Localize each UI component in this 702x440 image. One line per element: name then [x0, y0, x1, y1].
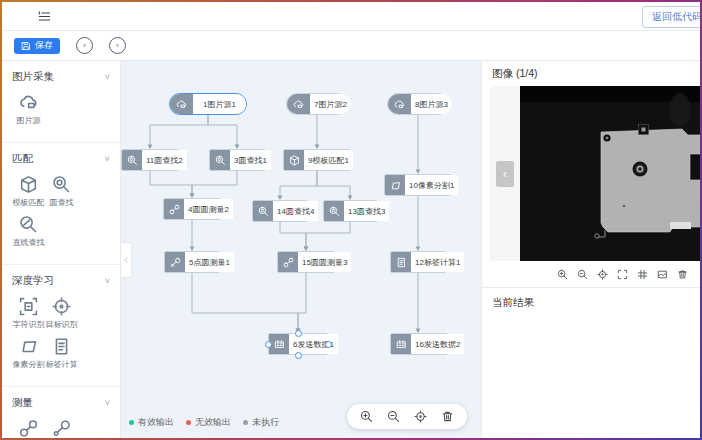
chevron-down-icon: ˅ [105, 72, 110, 82]
sidebar-item-直线查找[interactable]: 直线查找 [12, 214, 45, 248]
run-buttons [76, 37, 126, 54]
connection-handle[interactable] [295, 352, 302, 359]
flow-node[interactable]: 15圆圆测量3 [277, 251, 335, 273]
cloud-image-icon [287, 94, 310, 114]
zoom-out-icon[interactable] [387, 410, 400, 423]
device-icon [391, 334, 411, 354]
sidebar-collapse-handle[interactable] [121, 242, 132, 278]
image-nav-strip: ‹ [490, 86, 520, 261]
flow-node[interactable]: 14圆查找4 [252, 200, 308, 222]
section-header[interactable]: 匹配˅ [12, 149, 110, 168]
section-title: 匹配 [12, 152, 33, 166]
legend-dot [129, 420, 134, 425]
sidebar-item-圆圆测量[interactable]: 圆圆测量 [12, 418, 45, 438]
zoom-in-icon[interactable] [360, 410, 373, 423]
connection-handle[interactable] [295, 330, 302, 337]
canvas-zoom-toolbar [347, 404, 467, 429]
chevron-down-icon: ˅ [105, 398, 110, 408]
back-to-lowcode-button[interactable]: 返回低代码 [642, 6, 700, 28]
sidebar-item-目标识别[interactable]: 目标识别 [45, 296, 78, 330]
save-button[interactable]: 保存 [14, 38, 60, 54]
image-save-icon[interactable] [657, 269, 668, 280]
section-items: 字符识别目标识别像素分割标签计算 [12, 290, 110, 384]
save-label: 保存 [35, 41, 53, 50]
section-title: 深度学习 [12, 274, 54, 288]
node-label: 4圆圆测量2 [184, 199, 233, 219]
flow-node[interactable]: 7图片源2 [286, 93, 348, 115]
cloud-image-icon [388, 94, 411, 114]
sidebar-item-模板匹配[interactable]: 模板匹配 [12, 174, 45, 208]
connection-handle[interactable] [325, 341, 332, 348]
connection-handle[interactable] [265, 341, 272, 348]
flow-node[interactable]: 3圆查找1 [209, 149, 265, 171]
flow-node[interactable]: 6发送数据1 [268, 333, 328, 355]
node-label: 5点圆测量1 [185, 252, 234, 272]
flow-canvas[interactable]: 1图片源17图片源28图片源311圆查找23圆查找19模板匹配110像素分割14… [121, 61, 481, 438]
chevron-down-icon: ˅ [105, 154, 110, 164]
node-label: 8图片源3 [411, 94, 452, 114]
node-label: 9模板匹配1 [304, 150, 353, 170]
node-label: 10像素分割1 [405, 175, 458, 195]
prev-image-button[interactable]: ‹ [496, 161, 514, 187]
section-header[interactable]: 图片采集˅ [12, 67, 110, 86]
flow-node[interactable]: 1图片源1 [169, 93, 247, 115]
legend-item: 未执行 [243, 416, 279, 429]
expand-icon[interactable] [617, 269, 628, 280]
circle-find-icon [253, 201, 273, 221]
sidebar-item-label: 目标识别 [46, 319, 78, 330]
trash-icon[interactable] [441, 410, 454, 423]
measure-cc-icon [164, 199, 184, 219]
circle-find-icon [210, 150, 230, 170]
flow-node[interactable]: 9模板匹配1 [283, 149, 351, 171]
sidebar-item-点圆测量[interactable]: 点圆测量 [45, 418, 78, 438]
sidebar-item-字符识别[interactable]: 字符识别 [12, 296, 45, 330]
camera-image[interactable] [520, 86, 700, 261]
flow-node[interactable]: 8图片源3 [387, 93, 449, 115]
segment-icon [385, 175, 405, 195]
sidebar-section: 图片采集˅图片源 [2, 61, 120, 142]
sidebar-item-label: 标签计算 [46, 359, 78, 370]
flow-node[interactable]: 10像素分割1 [384, 174, 452, 196]
trash-icon[interactable] [677, 269, 688, 280]
section-items: 图片源 [12, 86, 110, 140]
crosshair-icon[interactable] [597, 269, 608, 280]
flow-node[interactable]: 16发送数据2 [390, 333, 448, 355]
node-label: 16发送数据2 [411, 334, 464, 354]
circle-find-icon [324, 201, 344, 221]
run-loop-button[interactable] [109, 37, 126, 54]
cube-icon [19, 174, 38, 194]
sidebar-item-label: 像素分割 [13, 359, 45, 370]
node-label: 14圆查找4 [273, 201, 318, 221]
grid-icon[interactable] [637, 269, 648, 280]
image-panel-title: 图像 (1/4) [482, 61, 700, 86]
screenshot-frame: 返回低代码 保存 图片采集˅图片源匹配˅模板匹配圆查找直线查找深度学习˅字符识别… [0, 0, 702, 440]
section-header[interactable]: 深度学习˅ [12, 271, 110, 290]
chevron-down-icon: ˅ [105, 276, 110, 286]
circle-find-icon [52, 174, 71, 194]
crosshair-icon[interactable] [414, 410, 427, 423]
flow-node[interactable]: 13圆查找3 [323, 200, 378, 222]
legend-label: 无效输出 [195, 416, 231, 429]
measure-pc-icon [52, 418, 71, 438]
flow-node[interactable]: 5点圆测量1 [164, 251, 220, 273]
run-button[interactable] [76, 37, 93, 54]
sidebar-item-图片源[interactable]: 图片源 [12, 92, 45, 126]
zoom-out-icon[interactable] [577, 269, 588, 280]
status-legend: 有效输出无效输出未执行 [129, 416, 279, 429]
flow-node[interactable]: 4圆圆测量2 [163, 198, 221, 220]
menu-icon[interactable] [38, 10, 51, 23]
sidebar-item-圆查找[interactable]: 圆查找 [45, 174, 78, 208]
sidebar-item-标签计算[interactable]: 标签计算 [45, 336, 78, 370]
save-icon [21, 41, 31, 51]
cloud-image-icon [19, 92, 38, 112]
legend-item: 无效输出 [186, 416, 231, 429]
app-window: 返回低代码 保存 图片采集˅图片源匹配˅模板匹配圆查找直线查找深度学习˅字符识别… [2, 2, 700, 438]
sidebar-item-label: 字符识别 [13, 319, 45, 330]
legend-item: 有效输出 [129, 416, 174, 429]
section-header[interactable]: 测量˅ [12, 393, 110, 412]
sidebar-item-像素分割[interactable]: 像素分割 [12, 336, 45, 370]
zoom-in-icon[interactable] [557, 269, 568, 280]
flow-node[interactable]: 11圆查找2 [121, 149, 179, 171]
flow-node[interactable]: 12标签计算1 [390, 251, 446, 273]
action-toolbar: 保存 [2, 31, 700, 61]
